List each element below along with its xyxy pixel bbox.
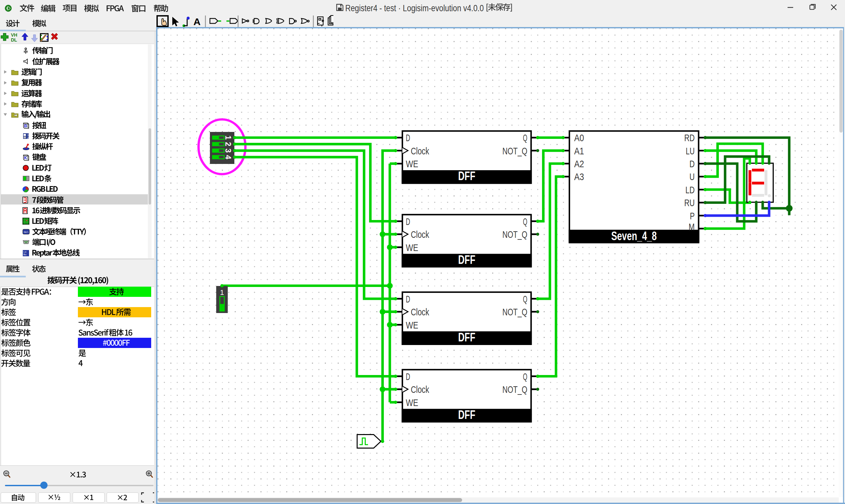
svg-text:DFF: DFF [458, 169, 475, 183]
svg-text:WE: WE [406, 397, 419, 408]
svg-text:1: 1 [224, 136, 232, 140]
svg-text:Q: Q [523, 371, 527, 382]
svg-text:A3: A3 [574, 171, 584, 182]
svg-text:LD: LD [686, 184, 695, 195]
svg-text:DFF: DFF [458, 253, 475, 267]
svg-text:Lo: Lo [23, 251, 27, 253]
svg-text:LU: LU [686, 145, 695, 156]
svg-text:DFF: DFF [458, 408, 475, 421]
svg-text:K: K [24, 155, 28, 160]
svg-text:D: D [406, 293, 410, 304]
svg-text:4: 4 [224, 155, 232, 159]
svg-text:1: 1 [28, 133, 29, 137]
svg-text:D: D [689, 158, 695, 169]
svg-text:A0: A0 [574, 132, 584, 143]
svg-text:Bu: Bu [23, 253, 27, 256]
svg-text:P: P [690, 211, 695, 221]
svg-text:1: 1 [220, 288, 224, 296]
svg-text:2: 2 [224, 142, 232, 146]
svg-text:RU: RU [684, 197, 695, 208]
svg-text:NOT_Q: NOT_Q [503, 306, 527, 317]
svg-text:NOT_Q: NOT_Q [503, 384, 527, 395]
svg-text:3: 3 [224, 148, 232, 153]
svg-text:2: 2 [28, 136, 29, 140]
svg-text:D: D [406, 132, 410, 143]
svg-text:DL: DL [11, 37, 17, 42]
svg-text:WE: WE [406, 242, 419, 253]
svg-text:RD: RD [684, 132, 695, 143]
svg-text:Clock: Clock [411, 229, 429, 240]
svg-text:A: A [193, 16, 201, 27]
svg-text:Seven_4_8: Seven_4_8 [611, 229, 657, 243]
svg-text:Clock: Clock [411, 384, 429, 395]
svg-text:WE: WE [406, 158, 419, 169]
svg-text:NOT_Q: NOT_Q [503, 145, 527, 156]
svg-text:Clock: Clock [411, 306, 429, 317]
svg-text:B: B [24, 123, 27, 128]
svg-text:Q: Q [523, 293, 527, 304]
svg-text:DFF: DFF [458, 330, 475, 344]
svg-text:D: D [406, 216, 410, 227]
svg-text:Clock: Clock [411, 145, 429, 156]
svg-text:U: U [689, 171, 695, 182]
svg-text:Q: Q [523, 132, 527, 143]
svg-text:WE: WE [406, 320, 419, 330]
svg-text:A2: A2 [574, 158, 584, 169]
svg-text:D: D [406, 371, 410, 382]
svg-text:M: M [689, 221, 694, 232]
svg-text:VH: VH [11, 32, 17, 38]
svg-text:Q: Q [523, 216, 527, 227]
svg-text:A1: A1 [574, 145, 584, 156]
svg-text:Hel: Hel [24, 230, 29, 233]
svg-text:NOT_Q: NOT_Q [503, 229, 527, 240]
